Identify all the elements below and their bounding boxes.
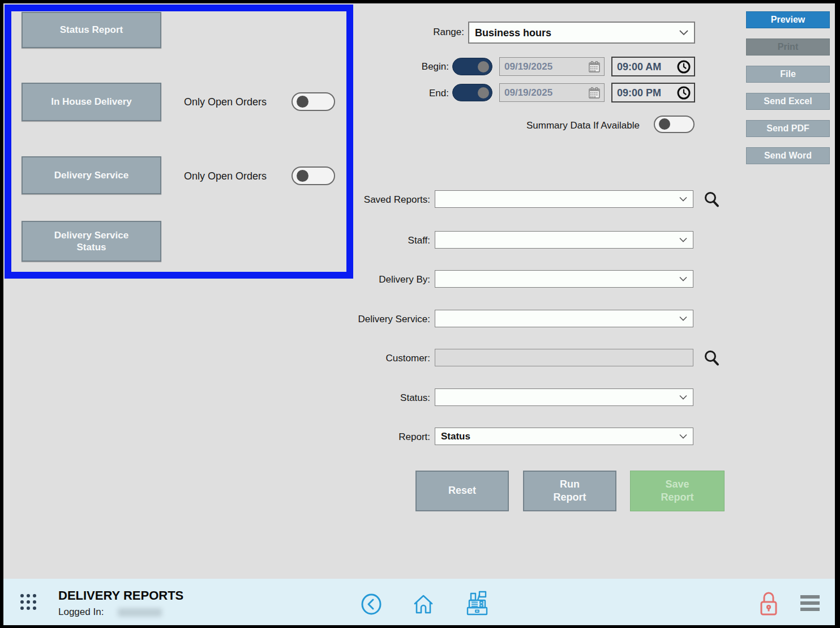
logged-in-user-redacted bbox=[118, 608, 162, 617]
chevron-down-icon bbox=[679, 30, 688, 36]
end-enabled-toggle[interactable] bbox=[452, 84, 492, 101]
begin-enabled-toggle[interactable] bbox=[452, 58, 492, 75]
chevron-down-icon bbox=[679, 276, 687, 281]
summary-data-label: Summary Data If Available bbox=[487, 120, 640, 131]
home-icon[interactable] bbox=[412, 592, 435, 616]
customer-input[interactable] bbox=[435, 349, 693, 366]
send-excel-button[interactable]: Send Excel bbox=[746, 93, 830, 110]
begin-label: Begin: bbox=[336, 61, 449, 72]
delivery-by-select[interactable] bbox=[435, 270, 693, 288]
customer-search-icon[interactable] bbox=[702, 349, 721, 367]
saved-reports-search-icon[interactable] bbox=[702, 190, 721, 208]
toggle-knob bbox=[478, 87, 489, 99]
only-open-orders-toggle-delivery-service[interactable] bbox=[292, 166, 335, 185]
send-pdf-button[interactable]: Send PDF bbox=[746, 120, 830, 137]
toggle-knob bbox=[478, 61, 489, 72]
staff-label: Staff: bbox=[317, 235, 430, 246]
begin-date-value: 09/19/2025 bbox=[504, 61, 552, 72]
end-label: End: bbox=[336, 88, 449, 99]
preview-button[interactable]: Preview bbox=[746, 11, 830, 28]
toggle-knob bbox=[659, 118, 670, 130]
status-report-button[interactable]: Status Report bbox=[22, 12, 161, 48]
only-open-orders-label-2: Only Open Orders bbox=[184, 170, 267, 182]
delivery-reports-screen: Status Report In House Delivery Delivery… bbox=[0, 0, 840, 628]
range-select[interactable]: Business hours bbox=[468, 22, 695, 44]
reset-button[interactable]: Reset bbox=[415, 471, 509, 511]
range-label: Range: bbox=[351, 27, 464, 38]
end-time-value: 09:00 PM bbox=[617, 87, 661, 99]
end-date-field[interactable]: 09/19/2025 bbox=[499, 83, 605, 102]
report-select[interactable]: Status bbox=[435, 428, 693, 445]
status-select[interactable] bbox=[435, 388, 693, 406]
chevron-down-icon bbox=[679, 237, 687, 242]
lock-icon[interactable] bbox=[757, 590, 780, 618]
end-time-field[interactable]: 09:00 PM bbox=[611, 83, 695, 102]
only-open-orders-label-1: Only Open Orders bbox=[184, 96, 267, 108]
back-icon[interactable] bbox=[361, 593, 382, 615]
clock-icon bbox=[676, 86, 691, 100]
customer-label: Customer: bbox=[317, 353, 430, 364]
delivery-service-status-button[interactable]: Delivery Service Status bbox=[22, 221, 161, 262]
calendar-icon bbox=[588, 60, 601, 74]
delivery-service-button[interactable]: Delivery Service bbox=[22, 156, 161, 194]
clock-icon bbox=[676, 59, 691, 74]
page-title: DELIVERY REPORTS bbox=[58, 588, 183, 603]
delivery-service-select[interactable] bbox=[435, 310, 693, 327]
logged-in-label: Logged In: bbox=[58, 606, 104, 618]
toggle-knob bbox=[297, 96, 308, 108]
file-button[interactable]: File bbox=[746, 66, 830, 83]
report-value: Status bbox=[441, 431, 470, 442]
begin-time-field[interactable]: 09:00 AM bbox=[611, 57, 695, 76]
begin-time-value: 09:00 AM bbox=[617, 61, 661, 72]
save-report-button[interactable]: Save Report bbox=[630, 471, 725, 511]
staff-select[interactable] bbox=[435, 231, 693, 249]
delivery-service-label: Delivery Service: bbox=[317, 314, 430, 325]
begin-date-field[interactable]: 09/19/2025 bbox=[499, 57, 605, 76]
report-label: Report: bbox=[317, 432, 430, 443]
delivery-by-label: Delivery By: bbox=[317, 274, 430, 285]
menu-icon[interactable] bbox=[800, 595, 820, 614]
end-date-value: 09/19/2025 bbox=[504, 87, 552, 99]
chevron-down-icon bbox=[679, 196, 687, 202]
run-report-button[interactable]: Run Report bbox=[523, 471, 616, 511]
summary-data-toggle[interactable] bbox=[654, 116, 695, 133]
print-button[interactable]: Print bbox=[746, 39, 830, 55]
chevron-down-icon bbox=[679, 316, 687, 321]
in-house-delivery-button[interactable]: In House Delivery bbox=[22, 83, 161, 121]
send-word-button[interactable]: Send Word bbox=[746, 147, 830, 164]
range-value: Business hours bbox=[475, 27, 551, 39]
saved-reports-label: Saved Reports: bbox=[317, 194, 430, 206]
cash-register-icon[interactable] bbox=[464, 590, 490, 618]
status-label: Status: bbox=[317, 392, 430, 404]
calendar-icon bbox=[588, 86, 601, 100]
chevron-down-icon bbox=[679, 395, 687, 400]
apps-grid-icon[interactable] bbox=[20, 594, 36, 612]
toggle-knob bbox=[297, 170, 308, 182]
chevron-down-icon bbox=[679, 434, 687, 439]
saved-reports-select[interactable] bbox=[435, 190, 693, 208]
only-open-orders-toggle-in-house[interactable] bbox=[292, 92, 335, 111]
